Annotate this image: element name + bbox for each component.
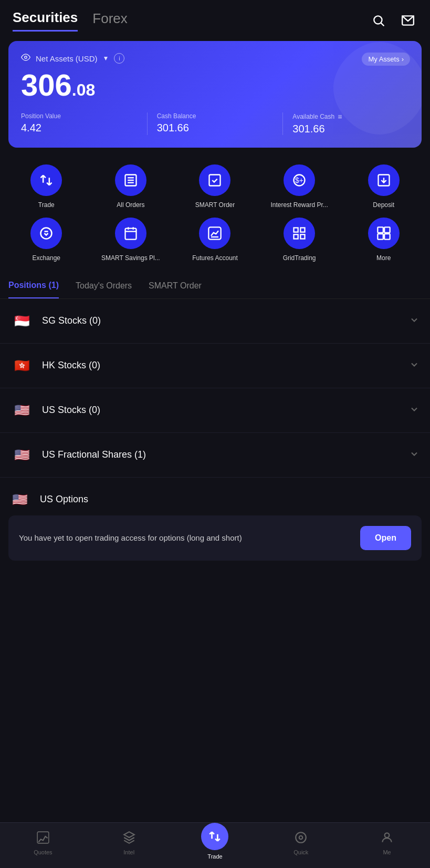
options-card-text: You have yet to open trading access for … (19, 532, 242, 544)
position-label-hk-stocks: HK Stocks (0) (42, 360, 409, 371)
action-label-trade: Trade (38, 201, 55, 210)
tab-smart-order-tab[interactable]: SMART Order (149, 281, 202, 298)
flag-hk-stocks: 🇭🇰 (11, 354, 34, 377)
us-options-label: US Options (40, 494, 88, 505)
bottom-nav-icon-intel (121, 829, 138, 846)
stat-divider-1 (147, 112, 148, 135)
bottom-nav-trade[interactable]: Trade (172, 829, 258, 860)
action-trade[interactable]: Trade (4, 160, 89, 214)
bottom-nav-icon-me (379, 829, 395, 846)
action-label-more: More (376, 254, 391, 263)
action-icon-grid-trading (284, 218, 315, 249)
svg-line-1 (381, 23, 384, 26)
action-icon-trade (30, 164, 62, 196)
action-exchange[interactable]: Exchange (4, 213, 89, 267)
bottom-nav-quotes[interactable]: Quotes (0, 829, 86, 860)
svg-point-31 (385, 833, 390, 838)
action-icon-smart-savings (115, 218, 146, 249)
svg-rect-25 (384, 228, 390, 233)
tab-positions[interactable]: Positions (1) (8, 281, 59, 298)
bottom-nav-intel[interactable]: Intel (86, 829, 172, 860)
my-assets-button[interactable]: My Assets › (362, 53, 410, 66)
flag-sg-stocks: 🇸🇬 (11, 309, 34, 333)
action-smart-order[interactable]: SMART Order (173, 160, 257, 214)
action-label-smart-order: SMART Order (195, 201, 235, 210)
position-row-hk-stocks[interactable]: 🇭🇰 HK Stocks (0) (0, 344, 430, 388)
position-label-us-stocks: US Stocks (0) (42, 405, 409, 416)
open-options-button[interactable]: Open (360, 526, 411, 550)
action-label-exchange: Exchange (33, 254, 60, 263)
action-deposit[interactable]: Deposit (341, 160, 426, 214)
action-label-smart-savings: SMART Savings Pl... (101, 254, 160, 263)
svg-text:$+: $+ (295, 175, 303, 184)
svg-rect-23 (300, 235, 305, 239)
position-label-us-fractional: US Fractional Shares (1) (42, 449, 409, 460)
chevron-icon-sg-stocks (409, 315, 419, 327)
action-futures-account[interactable]: Futures Account (173, 213, 257, 267)
search-button[interactable] (369, 11, 388, 30)
stat-divider-2 (282, 112, 283, 135)
asset-card: Net Assets (USD) ▼ i My Assets › 306.08 … (8, 41, 422, 148)
info-icon[interactable]: i (114, 53, 124, 64)
bottom-nav-icon-quotes (35, 829, 51, 846)
svg-rect-26 (377, 234, 383, 240)
us-options-row: 🇺🇸 US Options (8, 478, 422, 515)
chevron-icon-hk-stocks (409, 359, 419, 372)
net-assets-label: Net Assets (USD) (36, 54, 98, 63)
action-smart-savings[interactable]: SMART Savings Pl... (89, 213, 173, 267)
svg-rect-20 (294, 228, 298, 232)
position-row-us-fractional[interactable]: 🇺🇸 US Fractional Shares (1) (0, 433, 430, 478)
svg-point-13 (41, 228, 52, 239)
chevron-icon-us-fractional (409, 449, 419, 461)
bottom-nav-label-quotes: Quotes (34, 849, 52, 855)
svg-rect-27 (384, 234, 390, 240)
action-label-interest-reward: Interest Reward Pr... (270, 201, 328, 210)
tab-forex[interactable]: Forex (92, 11, 127, 31)
action-label-grid-trading: GridTrading (283, 254, 316, 263)
action-all-orders[interactable]: All Orders (89, 160, 173, 214)
positions-list: 🇸🇬 SG Stocks (0) 🇭🇰 HK Stocks (0) 🇺🇸 US … (0, 299, 430, 622)
us-options-flag: 🇺🇸 (8, 488, 32, 511)
bottom-nav-icon-quick (292, 829, 309, 846)
top-nav: Securities Forex (0, 0, 430, 32)
position-value-col: Position Value 4.42 (21, 112, 138, 135)
dropdown-arrow-icon[interactable]: ▼ (103, 55, 109, 62)
action-icon-all-orders (115, 164, 146, 196)
tabs-row: Positions (1)Today's OrdersSMART Order (0, 271, 430, 299)
chevron-icon-us-stocks (409, 404, 419, 417)
svg-rect-21 (300, 228, 305, 232)
action-interest-reward[interactable]: $+ Interest Reward Pr... (257, 160, 342, 214)
bottom-nav-label-me: Me (383, 849, 391, 855)
action-icon-interest-reward: $+ (284, 164, 315, 196)
options-access-card: You have yet to open trading access for … (8, 515, 422, 561)
svg-rect-24 (377, 228, 383, 233)
bottom-nav-label-trade: Trade (207, 853, 222, 860)
position-label-sg-stocks: SG Stocks (0) (42, 315, 409, 326)
bottom-nav-label-quick: Quick (293, 849, 308, 855)
bottom-nav-label-intel: Intel (123, 849, 134, 855)
action-icon-more (368, 218, 400, 249)
action-icon-smart-order (199, 164, 230, 196)
bottom-nav-me[interactable]: Me (344, 829, 430, 860)
action-label-futures-account: Futures Account (192, 254, 238, 263)
us-options-section: 🇺🇸 US Options You have yet to open tradi… (0, 478, 430, 561)
svg-point-30 (299, 836, 303, 840)
trade-center-btn[interactable] (201, 823, 228, 850)
bottom-nav-quick[interactable]: Quick (258, 829, 344, 860)
flag-us-stocks: 🇺🇸 (11, 399, 34, 422)
svg-rect-8 (209, 174, 221, 185)
action-more[interactable]: More (341, 213, 426, 267)
eye-icon[interactable] (21, 53, 30, 64)
action-grid-trading[interactable]: GridTrading (257, 213, 342, 267)
flag-us-fractional: 🇺🇸 (11, 443, 34, 467)
svg-point-3 (25, 56, 27, 59)
mail-button[interactable] (398, 11, 417, 30)
position-row-us-stocks[interactable]: 🇺🇸 US Stocks (0) (0, 388, 430, 433)
tab-todays-orders[interactable]: Today's Orders (76, 281, 132, 298)
svg-point-29 (296, 832, 307, 843)
action-icon-futures-account (199, 218, 230, 249)
position-row-sg-stocks[interactable]: 🇸🇬 SG Stocks (0) (0, 299, 430, 344)
action-icon-deposit (368, 164, 400, 196)
svg-rect-14 (125, 229, 136, 240)
tab-securities[interactable]: Securities (13, 9, 78, 32)
